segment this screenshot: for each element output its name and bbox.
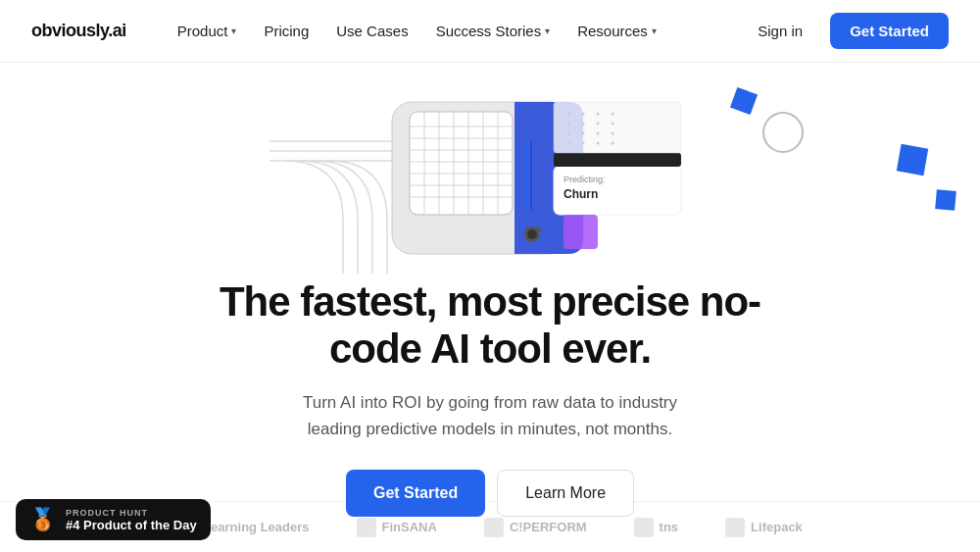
svg-point-43: [597, 142, 600, 145]
svg-text:Predicting:: Predicting:: [564, 175, 606, 184]
nav-product-label: Product: [177, 23, 228, 39]
nav-item-pricing[interactable]: Pricing: [252, 17, 320, 45]
medal-icon: 🥉: [29, 507, 56, 532]
svg-point-34: [582, 123, 585, 125]
svg-point-40: [612, 132, 614, 135]
svg-point-38: [582, 132, 585, 135]
nav-item-success-stories[interactable]: Success Stories ▾: [424, 17, 563, 45]
hero-illustration: Predicting: Churn: [0, 73, 980, 278]
chevron-down-icon: ▾: [231, 25, 236, 36]
product-hunt-text: PRODUCT HUNT #4 Product of the Day: [66, 508, 197, 532]
svg-rect-20: [537, 227, 541, 231]
get-started-hero-button[interactable]: Get Started: [346, 470, 485, 517]
hero-subtitle: Turn AI into ROI by going from raw data …: [284, 389, 696, 442]
svg-point-32: [612, 113, 614, 116]
product-hunt-rank: #4 Product of the Day: [66, 518, 197, 532]
svg-point-30: [582, 113, 585, 116]
svg-point-39: [597, 132, 600, 135]
decorative-square-1: [730, 87, 758, 115]
svg-rect-1: [410, 112, 513, 215]
svg-point-42: [582, 142, 585, 145]
decorative-square-2: [897, 144, 928, 176]
decorative-circle: [762, 112, 804, 153]
nav-item-resources[interactable]: Resources ▾: [565, 17, 668, 45]
nav-links: Product ▾ Pricing Use Cases Success Stor…: [166, 17, 747, 45]
nav-resources-label: Resources: [577, 23, 648, 39]
svg-point-33: [567, 123, 570, 125]
svg-point-36: [612, 123, 614, 125]
svg-point-37: [567, 132, 570, 135]
site-logo[interactable]: obviously.ai: [31, 21, 126, 41]
sign-in-link[interactable]: Sign in: [746, 17, 814, 45]
nav-item-product[interactable]: Product ▾: [166, 17, 249, 45]
svg-rect-25: [564, 215, 598, 249]
svg-rect-19: [525, 227, 529, 231]
get-started-nav-button[interactable]: Get Started: [830, 13, 949, 49]
nav-actions: Sign in Get Started: [746, 13, 949, 49]
nav-item-use-cases[interactable]: Use Cases: [324, 17, 419, 45]
hero-buttons: Get Started Learn More: [196, 470, 784, 517]
hero-content: The fastest, most precise no-code AI too…: [176, 278, 804, 540]
chevron-down-icon-2: ▾: [545, 25, 550, 36]
learn-more-button[interactable]: Learn More: [497, 470, 634, 517]
product-hunt-badge[interactable]: 🥉 PRODUCT HUNT #4 Product of the Day: [16, 499, 211, 540]
product-hunt-label: PRODUCT HUNT: [66, 508, 197, 518]
svg-point-41: [567, 142, 570, 145]
svg-point-31: [597, 113, 600, 116]
nav-success-stories-label: Success Stories: [436, 23, 542, 39]
hero-section: Predicting: Churn The fastest, most prec…: [0, 63, 980, 540]
svg-rect-28: [554, 102, 681, 153]
device-illustration: Predicting: Churn: [265, 82, 715, 274]
hero-title: The fastest, most precise no-code AI too…: [196, 278, 784, 374]
chevron-down-icon-3: ▾: [652, 25, 657, 36]
svg-rect-24: [554, 153, 681, 167]
svg-point-35: [597, 123, 600, 125]
nav-pricing-label: Pricing: [264, 23, 309, 39]
navbar: obviously.ai Product ▾ Pricing Use Cases…: [0, 0, 980, 63]
nav-use-cases-label: Use Cases: [336, 23, 408, 39]
svg-point-29: [567, 113, 570, 116]
svg-text:Churn: Churn: [564, 187, 598, 201]
svg-point-44: [612, 142, 614, 145]
decorative-square-3: [935, 189, 956, 211]
